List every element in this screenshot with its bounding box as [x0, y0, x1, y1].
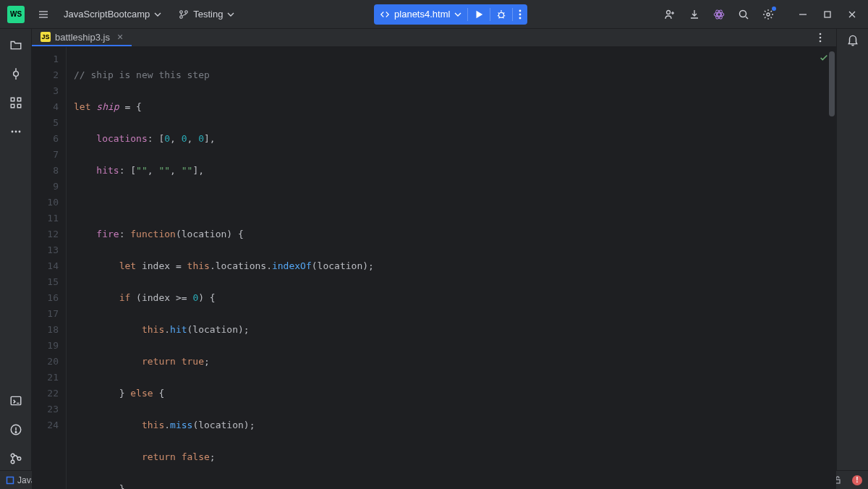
run-button[interactable] [468, 9, 490, 20]
code-text: , [148, 165, 159, 176]
svg-rect-51 [7, 477, 14, 483]
svg-line-9 [503, 12, 505, 14]
structure-tool-icon[interactable] [4, 91, 27, 114]
debug-button[interactable] [490, 9, 512, 20]
code-text: else [130, 388, 153, 399]
line-number: 1 [32, 51, 59, 67]
line-number: 22 [32, 386, 59, 401]
code-text: function [130, 229, 176, 239]
line-number: 23 [32, 401, 59, 417]
more-run-options-button[interactable] [513, 9, 527, 20]
line-number: 19 [32, 338, 59, 354]
line-number: 4 [32, 99, 59, 115]
svg-point-20 [718, 12, 721, 16]
tab-battleship3[interactable]: JS battleship3.js × [32, 29, 132, 46]
scrollbar-thumb[interactable] [829, 51, 835, 116]
run-config-name: planets4.html [394, 9, 450, 20]
ai-assistant-icon[interactable] [709, 4, 729, 25]
code-text: ], [204, 133, 216, 144]
code-text: this [142, 324, 164, 335]
more-tools-icon[interactable] [4, 120, 27, 143]
code-text: "" [158, 165, 170, 176]
terminal-tool-icon[interactable] [4, 389, 27, 412]
code-text: .locations. [210, 260, 272, 271]
code-text: location [182, 229, 227, 239]
code-text: return [142, 356, 176, 367]
code-text: 0 [164, 133, 170, 144]
code-text: ) { [198, 292, 215, 303]
svg-rect-28 [825, 12, 830, 17]
svg-point-40 [18, 131, 20, 133]
problems-tool-icon[interactable] [4, 418, 27, 441]
code-with-me-icon[interactable] [660, 4, 680, 25]
svg-line-12 [499, 17, 501, 18]
code-text: 0 [198, 133, 204, 144]
code-text: fire [96, 229, 119, 239]
window-close-icon[interactable] [842, 4, 862, 25]
code-text: , [170, 133, 182, 144]
svg-point-48 [820, 33, 822, 35]
line-number: 21 [32, 370, 59, 386]
code-text: index = [136, 260, 187, 271]
code-text: ( [176, 229, 182, 239]
code-text: . [164, 324, 170, 335]
project-tool-icon[interactable] [4, 33, 27, 56]
code-text: hits [96, 165, 119, 176]
chevron-down-icon [454, 11, 461, 18]
code-editor[interactable]: 1 2 3 4 5 6 7 8 9 10 11 12 13 14 15 16 1… [32, 47, 836, 489]
code-text: ship [96, 101, 119, 112]
window-minimize-icon[interactable] [793, 4, 813, 25]
line-gutter: 1 2 3 4 5 6 7 8 9 10 11 12 13 14 15 16 1… [32, 47, 67, 489]
line-number: 3 [32, 83, 59, 99]
code-area[interactable]: // ship is new this step let ship = { lo… [67, 47, 836, 489]
main-column: JS battleship3.js × 1 2 3 4 5 6 7 8 9 [32, 29, 836, 470]
code-text: , [170, 165, 182, 176]
line-number: 12 [32, 226, 59, 242]
line-number: 8 [32, 163, 59, 179]
code-text: , [187, 133, 199, 144]
tab-options-icon[interactable] [812, 29, 829, 46]
svg-point-3 [180, 10, 183, 13]
svg-point-38 [11, 131, 13, 133]
svg-point-45 [11, 454, 14, 457]
search-everywhere-icon[interactable] [733, 4, 754, 25]
code-text: false [182, 451, 210, 462]
code-text: "" [182, 165, 193, 176]
project-dropdown[interactable]: JavaScriptBootcamp [58, 4, 167, 25]
notifications-icon[interactable] [846, 33, 859, 46]
run-config-dropdown[interactable]: planets4.html [374, 9, 467, 20]
code-text: return [142, 451, 176, 462]
svg-rect-34 [11, 98, 14, 101]
vertical-scrollbar[interactable] [827, 47, 836, 489]
code-text: "" [136, 165, 148, 176]
vcs-branch-dropdown[interactable]: Testing [173, 4, 240, 25]
svg-point-50 [820, 41, 822, 43]
code-text: 0 [182, 133, 187, 144]
code-text: = { [119, 101, 142, 112]
chevron-down-icon [154, 11, 161, 18]
svg-rect-35 [17, 98, 21, 101]
problems-indicator-icon[interactable]: ! [852, 475, 862, 485]
code-text: if [119, 292, 131, 303]
settings-icon[interactable] [758, 4, 778, 25]
vcs-tool-icon[interactable] [4, 447, 27, 470]
code-text: let [74, 101, 90, 112]
svg-point-31 [13, 72, 18, 77]
close-tab-icon[interactable]: × [117, 31, 123, 43]
code-text: { [153, 388, 165, 399]
main-menu-icon[interactable] [33, 4, 54, 25]
commit-tool-icon[interactable] [4, 62, 27, 85]
svg-rect-41 [11, 396, 21, 404]
js-file-icon: JS [41, 32, 51, 42]
svg-line-25 [746, 17, 748, 19]
app-logo[interactable]: WS [7, 6, 25, 23]
updates-icon[interactable] [684, 4, 705, 25]
line-number: 16 [32, 290, 59, 306]
line-number: 9 [32, 179, 59, 195]
code-text: // ship is new this step [74, 69, 210, 80]
left-tool-rail [0, 29, 32, 470]
code-text: : [ [119, 165, 136, 176]
line-number: 15 [32, 274, 59, 290]
window-maximize-icon[interactable] [817, 4, 838, 25]
line-number: 18 [32, 322, 59, 338]
